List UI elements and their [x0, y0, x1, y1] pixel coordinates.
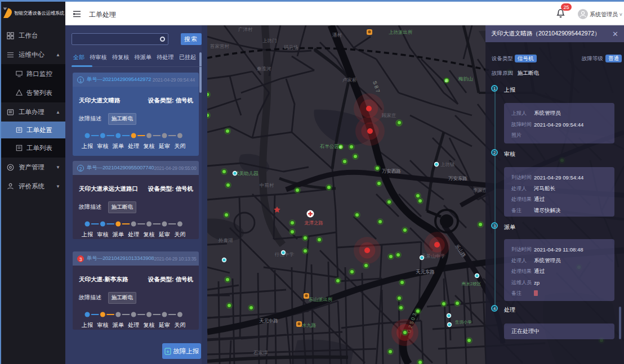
- svg-text:水九路: 水九路: [302, 322, 317, 328]
- svg-text:卢家桥: 卢家桥: [342, 77, 357, 83]
- svg-text:石羊公园: 石羊公园: [320, 143, 339, 149]
- svg-text:梅韵山: 梅韵山: [458, 76, 473, 82]
- svg-text:顾家庄: 顾家庄: [381, 113, 396, 118]
- svg-text:上坊门: 上坊门: [262, 38, 277, 43]
- svg-text:✆: ✆: [445, 79, 448, 83]
- svg-text:乐山路: 乐山路: [454, 243, 467, 258]
- svg-text:上坊镇: 上坊镇: [440, 161, 455, 167]
- svg-text:秦淮河: 秦淮河: [257, 66, 271, 71]
- svg-text:潘村: 潘村: [332, 32, 342, 38]
- svg-text:东山派出所: 东山派出所: [309, 296, 333, 302]
- svg-text:石家垾: 石家垾: [253, 350, 268, 356]
- svg-text:龙潭之路: 龙潭之路: [304, 220, 323, 226]
- svg-text:S 8 7: S 8 7: [372, 80, 381, 93]
- svg-text:上坊派出所: 上坊派出所: [389, 29, 413, 35]
- svg-text:首家营村: 首家营村: [210, 43, 230, 49]
- svg-text:武美幼儿园: 武美幼儿园: [234, 170, 258, 176]
- svg-text:天元中路: 天元中路: [259, 318, 278, 323]
- svg-text:✆: ✆: [339, 146, 342, 149]
- svg-text:码马场: 码马场: [284, 44, 298, 50]
- svg-text:万安东路: 万安东路: [448, 176, 467, 181]
- svg-text:南京2校区: 南京2校区: [461, 281, 482, 286]
- svg-text:广洋村: 广洋村: [238, 26, 253, 32]
- svg-text:万安西路: 万安西路: [382, 168, 401, 174]
- svg-text:天元东路: 天元东路: [416, 269, 435, 275]
- svg-text:生坊小学: 生坊小学: [454, 320, 473, 325]
- svg-text:外青湖: 外青湖: [219, 237, 233, 243]
- svg-text:中前村: 中前村: [260, 182, 274, 188]
